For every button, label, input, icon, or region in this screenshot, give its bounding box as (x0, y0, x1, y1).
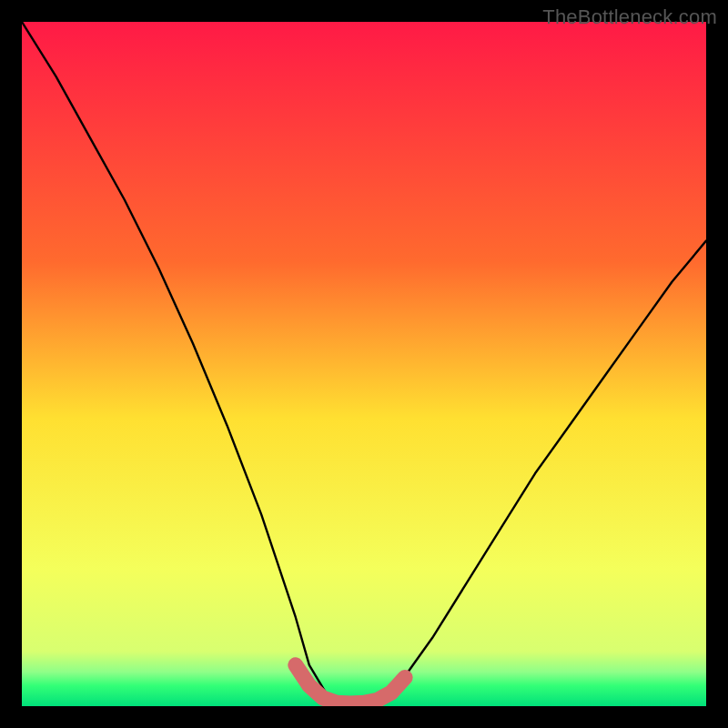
watermark-text: TheBottleneck.com (542, 5, 717, 29)
chart-frame: TheBottleneck.com (0, 0, 728, 728)
chart-svg (22, 22, 706, 706)
plot-area (22, 22, 706, 706)
gradient-background (22, 22, 706, 706)
